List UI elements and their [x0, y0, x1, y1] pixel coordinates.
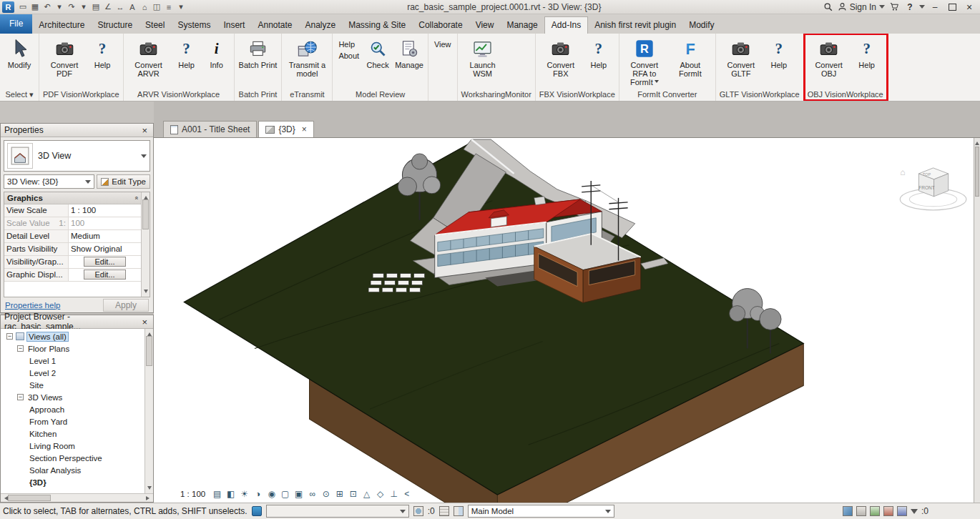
tree-item-site[interactable]: Site — [1, 379, 144, 391]
tree-item-solar-analysis[interactable]: Solar Analysis — [1, 464, 144, 476]
crop-view-icon[interactable]: ▢ — [279, 488, 291, 500]
tab-anish-first-revit-plugin[interactable]: Anish first revit plugin — [588, 17, 682, 34]
tree-item-approach[interactable]: Approach — [1, 403, 144, 415]
ribbon-panel-label[interactable]: FBX VisionWorkplace — [536, 89, 619, 101]
tree-item-section-perspective[interactable]: Section Perspective — [1, 452, 144, 464]
ribbon-button-about[interactable]: About — [335, 51, 362, 61]
rendering-dialog-icon[interactable]: ◉ — [265, 488, 278, 500]
ribbon-button-help[interactable]: ?Help — [172, 36, 201, 70]
tab-structure[interactable]: Structure — [91, 17, 139, 34]
detail-level-icon[interactable]: ▤ — [211, 488, 223, 500]
tab-analyze[interactable]: Analyze — [299, 17, 343, 34]
help-icon[interactable] — [903, 1, 916, 13]
select-links-icon[interactable] — [843, 506, 853, 516]
ribbon-button-convert-gltf[interactable]: Convert GLTF — [719, 36, 763, 79]
cart-icon[interactable] — [888, 1, 901, 13]
tab-architecture[interactable]: Architecture — [32, 17, 91, 34]
minimize-button[interactable] — [928, 1, 942, 13]
project-browser-close-icon[interactable] — [139, 317, 150, 327]
highlight-displacement-icon[interactable]: ◇ — [374, 488, 386, 500]
tab-file[interactable]: File — [0, 14, 32, 34]
graphics-group-header[interactable]: Graphics — [4, 192, 141, 204]
show-crop-region-icon[interactable]: ▣ — [293, 488, 305, 500]
select-elements-by-face-icon[interactable] — [883, 506, 893, 516]
ribbon-button-view[interactable]: View — [431, 39, 454, 49]
tab-manage[interactable]: Manage — [500, 17, 544, 34]
print-icon[interactable]: ▤ — [90, 1, 102, 13]
ribbon-button-manage[interactable]: Manage — [393, 36, 425, 70]
ribbon-button-about-formit[interactable]: FAbout FormIt — [668, 36, 712, 79]
tree-item-3d[interactable]: {3D} — [1, 476, 144, 488]
tab-collaborate[interactable]: Collaborate — [412, 17, 469, 34]
undo-icon[interactable]: ↶ — [41, 1, 53, 13]
tab-systems[interactable]: Systems — [171, 17, 217, 34]
tree-item-level-1[interactable]: Level 1 — [1, 355, 144, 367]
tree-item-kitchen[interactable]: Kitchen — [1, 427, 144, 440]
tab-massing-site[interactable]: Massing & Site — [342, 17, 412, 34]
undo-caret-icon[interactable]: ▾ — [54, 1, 65, 13]
tree-item-from-yard[interactable]: From Yard — [1, 415, 144, 427]
view-selector-combo[interactable]: 3D View: {3D} — [4, 174, 94, 189]
ribbon-button-launch-wsm[interactable]: Launch WSM — [461, 36, 505, 79]
type-selector-caret-icon[interactable] — [141, 154, 147, 161]
ribbon-button-convert-arvr[interactable]: Convert ARVR — [127, 36, 171, 79]
ribbon-button-convert-pdf[interactable]: Convert PDF — [42, 36, 87, 79]
viewcube[interactable]: TOP FRONT ⌂ — [900, 167, 966, 210]
tab-steel[interactable]: Steel — [139, 17, 171, 34]
editable-only-toggle-icon[interactable] — [454, 506, 464, 516]
visual-style-icon[interactable]: ◧ — [225, 488, 237, 500]
ribbon-panel-label[interactable] — [428, 89, 457, 101]
drawing-area[interactable]: TOP FRONT ⌂ 1 : 100 ▤◧☀◑◉▢▣∞⊙⊞⊡△◇⊥ < — [154, 137, 980, 503]
measure-icon[interactable]: ∠ — [102, 1, 114, 13]
expander-icon[interactable] — [17, 394, 24, 400]
browser-horizontal-scrollbar[interactable] — [1, 493, 153, 502]
active-workset-icon[interactable] — [439, 506, 449, 516]
reveal-hidden-elements-icon[interactable]: ⊙ — [320, 488, 332, 500]
thin-lines-icon[interactable]: ≡ — [163, 1, 175, 13]
ribbon-panel-label[interactable]: OBJ VisionWorkplace — [804, 89, 887, 101]
ribbon-panel-label[interactable]: FormIt Converter — [619, 89, 715, 101]
ribbon-panel-label[interactable]: ARVR VisionWorkplace — [124, 89, 234, 101]
ribbon-button-modify[interactable]: Modify — [3, 36, 36, 70]
sign-in-caret-icon[interactable] — [879, 5, 885, 11]
worksets-icon[interactable] — [252, 506, 262, 516]
close-button[interactable] — [962, 1, 976, 13]
tab-modify[interactable]: Modify — [682, 17, 720, 34]
workset-dropdown[interactable] — [266, 505, 409, 518]
search-icon[interactable] — [822, 1, 835, 13]
temporary-hide-isolate-icon[interactable]: ∞ — [306, 488, 318, 500]
ribbon-button-help[interactable]: ?Help — [584, 36, 613, 70]
tree-item-floor-plans[interactable]: Floor Plans — [1, 342, 144, 355]
view-tab-a001-title-sheet[interactable]: A001 - Title Sheet — [163, 121, 257, 137]
ribbon-button-convert-obj[interactable]: Convert OBJ — [807, 36, 851, 79]
tab-add-ins[interactable]: Add-Ins — [544, 16, 588, 34]
ribbon-button-help[interactable]: ?Help — [765, 36, 793, 70]
default-3d-view-icon[interactable]: ⌂ — [139, 1, 150, 13]
select-pinned-elements-icon[interactable] — [870, 506, 880, 516]
canvas-vertical-scrollbar[interactable] — [974, 138, 980, 503]
maximize-button[interactable] — [945, 1, 959, 13]
type-selector[interactable]: 3D View — [4, 140, 150, 172]
properties-help-link[interactable]: Properties help — [5, 301, 60, 310]
group-collapse-icon[interactable] — [134, 194, 138, 202]
save-icon[interactable]: ▦ — [29, 1, 41, 13]
analytical-model-icon[interactable]: △ — [361, 488, 373, 500]
text-icon[interactable]: A — [127, 1, 138, 13]
ribbon-panel-label[interactable]: Batch Print — [235, 89, 282, 101]
viewcube-top-label[interactable]: TOP — [923, 172, 931, 177]
properties-titlebar[interactable]: Properties — [1, 124, 153, 137]
ribbon-button-batch-print[interactable]: Batch Print — [237, 36, 279, 70]
redo-icon[interactable]: ↷ — [66, 1, 77, 13]
tree-item-3d-views[interactable]: 3D Views — [1, 391, 144, 403]
sun-path-icon[interactable]: ☀ — [238, 488, 250, 500]
project-browser-titlebar[interactable]: Project Browser - rac_basic_sample... — [1, 315, 153, 329]
tab-insert[interactable]: Insert — [217, 17, 251, 34]
design-options-dropdown[interactable]: Main Model — [468, 505, 614, 518]
view-tab-3d[interactable]: {3D} — [258, 121, 313, 137]
section-icon[interactable]: ◫ — [151, 1, 162, 13]
apply-button[interactable]: Apply — [103, 299, 149, 312]
ribbon-panel-label[interactable]: PDF VisionWorkplace — [39, 89, 123, 101]
tab-annotate[interactable]: Annotate — [251, 17, 298, 34]
temporary-view-properties-icon[interactable]: ⊡ — [347, 488, 359, 500]
browser-vertical-scrollbar[interactable] — [144, 329, 153, 493]
